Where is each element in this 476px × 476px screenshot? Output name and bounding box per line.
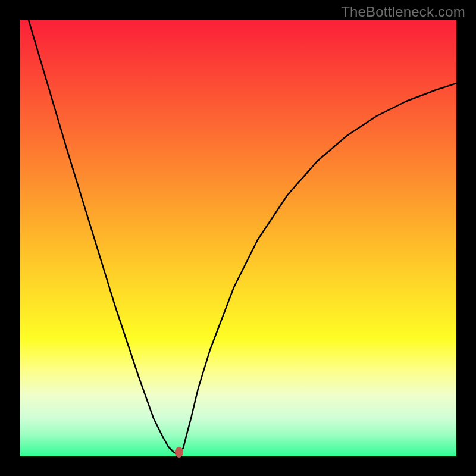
chart-frame: TheBottleneck.com xyxy=(0,0,476,476)
minimum-marker xyxy=(175,447,183,458)
plot-area xyxy=(20,20,456,456)
watermark-text: TheBottleneck.com xyxy=(341,4,465,20)
bottleneck-curve xyxy=(20,20,456,456)
